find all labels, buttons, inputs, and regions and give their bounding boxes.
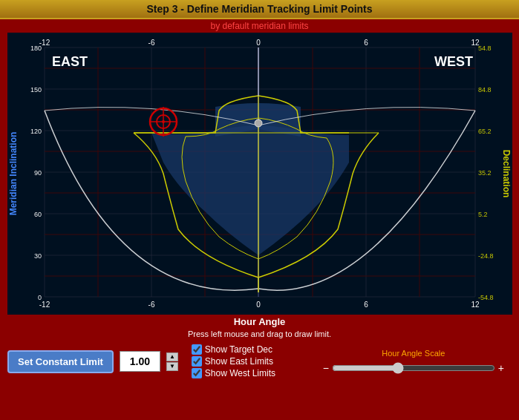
svg-text:120: 120 <box>30 128 41 135</box>
instruction-text: Press left mouse and drag to draw limit. <box>0 329 519 341</box>
svg-text:84.8: 84.8 <box>478 86 492 93</box>
controls-row: Set Constant Limit ▲ ▼ Show Target Dec S… <box>0 341 519 381</box>
subtitle-text: by default meridian limits <box>210 21 308 31</box>
title-bar: Step 3 - Define Meridian Tracking Limit … <box>0 0 519 19</box>
instruction-label: Press left mouse and drag to draw limit. <box>188 329 331 338</box>
scale-label: Hour Angle Scale <box>382 349 445 358</box>
svg-text:WEST: WEST <box>434 54 473 69</box>
svg-text:150: 150 <box>30 86 41 93</box>
svg-text:Meridian Inclination: Meridian Inclination <box>8 132 19 216</box>
svg-text:60: 60 <box>33 211 41 218</box>
svg-text:Declination: Declination <box>501 150 512 198</box>
spin-down-button[interactable]: ▼ <box>166 362 178 371</box>
svg-text:65.2: 65.2 <box>478 128 492 135</box>
hour-angle-text: Hour Angle <box>234 316 286 327</box>
scale-minus-icon[interactable]: − <box>323 362 329 374</box>
subtitle: by default meridian limits <box>0 19 519 33</box>
svg-text:-24.8: -24.8 <box>478 252 494 260</box>
show-east-limits-row: Show East Limits <box>192 356 275 367</box>
svg-text:35.2: 35.2 <box>478 169 492 177</box>
svg-text:90: 90 <box>33 169 41 177</box>
show-target-dec-label: Show Target Dec <box>205 344 272 355</box>
svg-text:EAST: EAST <box>52 54 88 69</box>
show-west-limits-row: Show West Limits <box>192 368 275 378</box>
svg-text:-54.8: -54.8 <box>478 294 494 301</box>
title-text: Step 3 - Define Meridian Tracking Limit … <box>146 3 372 15</box>
svg-text:0: 0 <box>37 294 41 301</box>
svg-text:0: 0 <box>256 39 261 47</box>
checkboxes-group: Show Target Dec Show East Limits Show We… <box>192 344 275 378</box>
svg-text:5.2: 5.2 <box>478 211 488 218</box>
scale-slider-row: − + <box>323 362 504 374</box>
show-target-dec-row: Show Target Dec <box>192 344 275 355</box>
svg-text:54.8: 54.8 <box>478 45 492 52</box>
svg-text:12: 12 <box>471 301 480 309</box>
svg-text:-6: -6 <box>148 39 154 47</box>
hour-angle-slider[interactable] <box>332 362 495 374</box>
set-constant-button[interactable]: Set Constant Limit <box>7 350 114 373</box>
svg-text:-12: -12 <box>39 301 50 309</box>
show-east-limits-label: Show East Limits <box>205 356 273 367</box>
hour-angle-scale-area: Hour Angle Scale − + <box>323 349 512 374</box>
value-spinner: ▲ ▼ <box>166 352 178 371</box>
show-west-limits-checkbox[interactable] <box>192 368 202 378</box>
spin-up-button[interactable]: ▲ <box>166 352 178 361</box>
chart-area: EAST WEST Meridian Inclination Declinati… <box>7 33 512 315</box>
x-axis-label: Hour Angle <box>0 315 519 329</box>
show-target-dec-checkbox[interactable] <box>192 344 202 355</box>
svg-point-37 <box>255 119 262 127</box>
svg-text:-6: -6 <box>148 301 154 309</box>
svg-text:30: 30 <box>33 252 41 260</box>
show-east-limits-checkbox[interactable] <box>192 356 202 367</box>
svg-text:0: 0 <box>256 301 261 309</box>
chart-svg: EAST WEST Meridian Inclination Declinati… <box>7 33 512 315</box>
svg-text:6: 6 <box>364 39 368 47</box>
svg-text:6: 6 <box>364 301 368 309</box>
svg-text:180: 180 <box>30 45 41 52</box>
show-west-limits-label: Show West Limits <box>205 368 275 378</box>
scale-plus-icon[interactable]: + <box>498 362 504 374</box>
constant-value-input[interactable] <box>120 351 160 372</box>
